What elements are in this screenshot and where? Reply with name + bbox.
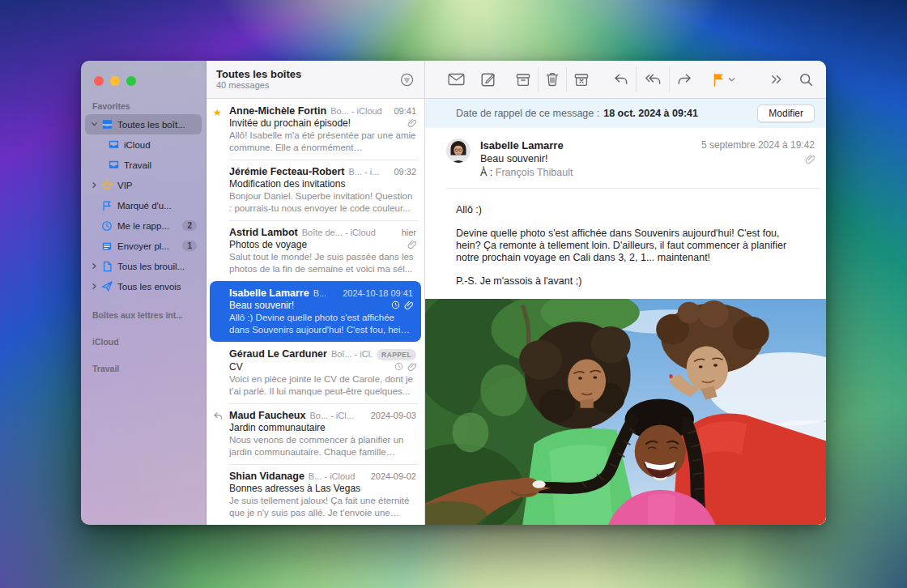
sidebar-section-icloud[interactable]: iCloud	[81, 337, 206, 350]
sidebar-item-label: Tous les brouil...	[117, 262, 197, 271]
account: Bo... - iCloud	[330, 106, 390, 116]
body-paragraph: P.-S. Je m'assois à l'avant ;)	[456, 275, 802, 288]
reply-all-icon	[644, 73, 662, 86]
preview: Allô :) Devine quelle photo s'est affich…	[229, 312, 413, 336]
sidebar-item-label: Marqué d'u...	[117, 201, 197, 211]
compose-button[interactable]	[473, 67, 504, 92]
main-area: Toutes les boîtes 40 messages	[207, 61, 826, 525]
reply-all-button[interactable]	[636, 67, 669, 92]
search-icon	[799, 73, 813, 87]
sidebar-section-smart-mailboxes[interactable]: Boîtes aux lettres int...	[81, 310, 206, 323]
message-row[interactable]: Astrid Lambot Boîte de... - iCloud hier …	[207, 220, 424, 281]
message-count: 40 messages	[216, 80, 399, 91]
subject: Modification des invitations	[229, 178, 416, 190]
chevron-right-icon[interactable]	[88, 262, 100, 270]
account: Bo... - iCl...	[309, 411, 366, 420]
account: B... - i...	[348, 167, 390, 177]
paperclip-icon	[407, 362, 416, 372]
minimize-button[interactable]	[110, 76, 120, 86]
sender: Shian Vidanage	[229, 471, 304, 482]
filter-icon	[399, 72, 415, 87]
date: 2024-10-18 09:41	[343, 288, 413, 298]
zoom-button[interactable]	[126, 76, 136, 86]
sidebar-item-send-later[interactable]: Envoyer pl... 1	[85, 236, 202, 256]
subject: Invitée du prochain épisode!	[229, 117, 407, 129]
sender: Maud Faucheux	[229, 410, 305, 421]
account: B...	[313, 288, 339, 298]
subject: Bonnes adresses à Las Vegas	[229, 483, 416, 494]
trash-button[interactable]	[538, 67, 566, 92]
message-row[interactable]: ★ Anne-Michèle Fortin Bo... - iCloud 09:…	[207, 99, 424, 160]
message-row[interactable]: Géraud Le Carduner Boî... - iCl... RAPPE…	[207, 342, 424, 403]
flag-menu-button[interactable]	[728, 67, 739, 92]
subject: Jardin communautaire	[229, 422, 416, 433]
paperclip-icon	[407, 118, 416, 128]
filter-button[interactable]	[399, 67, 415, 92]
paperclip-icon	[404, 300, 413, 310]
message-body: Allô :) Devine quelle photo s'est affich…	[425, 189, 826, 299]
archive-button[interactable]	[509, 67, 538, 92]
get-mail-button[interactable]	[440, 67, 473, 92]
sidebar-item-label: Toutes les boît...	[117, 120, 197, 130]
preview: Salut tout le monde! Je suis passée dans…	[229, 251, 416, 275]
message-row[interactable]: Maud Faucheux Bo... - iCl... 2024-09-03 …	[207, 403, 424, 464]
mail-window: Favorites Toutes les boît... iCloud Trav…	[81, 61, 826, 525]
sidebar-item-travail-inbox[interactable]: Travail	[85, 155, 202, 175]
junk-button[interactable]	[566, 67, 596, 92]
avatar	[446, 138, 471, 163]
message-date: 5 septembre 2024 à 19:42	[701, 138, 815, 151]
replied-arrow-icon	[213, 411, 224, 423]
reminder-date: 18 oct. 2024 à 09:41	[603, 108, 698, 119]
vip-star-icon	[100, 179, 114, 191]
to-label: À :	[480, 167, 492, 178]
window-controls	[94, 76, 136, 86]
more-chevrons-icon	[771, 75, 783, 84]
sender: Jérémie Fecteau-Robert	[229, 166, 344, 177]
message-row-selected[interactable]: Isabelle Lamarre B... 2024-10-18 09:41 B…	[210, 281, 421, 342]
date: hier	[402, 228, 416, 237]
reply-button[interactable]	[606, 67, 636, 92]
clock-icon	[100, 220, 114, 232]
chevron-right-icon[interactable]	[88, 283, 100, 290]
message-row[interactable]: Shian Vidanage B... - iCloud 2024-09-02 …	[207, 464, 424, 525]
preview: Je suis tellement jaloux! Ça fait une ét…	[229, 495, 416, 519]
forward-button[interactable]	[669, 67, 700, 92]
reminder-clock-icon	[391, 300, 400, 310]
preview: Bonjour Daniel. Superbe invitation! Ques…	[229, 190, 416, 215]
sidebar-item-icloud-inbox[interactable]: iCloud	[85, 134, 202, 155]
message-row[interactable]: Jérémie Fecteau-Robert B... - i... 09:32…	[207, 160, 424, 220]
get-mail-icon	[448, 73, 465, 86]
recipient[interactable]: François Thibault	[496, 167, 573, 178]
compose-icon	[481, 72, 496, 87]
rappel-badge: RAPPEL	[377, 349, 416, 360]
archive-icon	[516, 73, 530, 87]
sidebar-item-flagged[interactable]: Marqué d'u...	[85, 195, 202, 215]
desktop: { "colors": { "selection_blue": "#2068e6…	[0, 0, 907, 588]
preview: Allô! Isabelle m'a été présentée par une…	[229, 130, 416, 154]
trash-icon	[546, 72, 559, 87]
close-button[interactable]	[94, 76, 104, 86]
attachment-photo-three-friends[interactable]	[425, 299, 826, 525]
sidebar-section-travail[interactable]: Travail	[81, 364, 206, 377]
date: 2024-09-02	[371, 471, 416, 481]
inbox-icon	[106, 138, 121, 151]
send-later-icon	[100, 241, 114, 252]
flag-icon	[713, 73, 725, 87]
sidebar-item-remind-me[interactable]: Me le rapp... 2	[85, 215, 202, 236]
draft-icon	[100, 261, 114, 272]
sidebar-item-all-inboxes[interactable]: Toutes les boît...	[85, 114, 202, 134]
sidebar-item-vip[interactable]: VIP	[85, 175, 202, 195]
date: 2024-09-03	[371, 411, 416, 420]
sender: Anne-Michèle Fortin	[229, 105, 326, 117]
sidebar-item-all-sent[interactable]: Tous les envois	[85, 276, 202, 296]
modify-reminder-button[interactable]: Modifier	[757, 104, 815, 122]
flag-icon	[100, 200, 114, 211]
sender: Isabelle Lamarre	[229, 288, 309, 299]
toolbar: Toutes les boîtes 40 messages	[207, 61, 826, 99]
junk-icon	[574, 73, 589, 87]
chevron-right-icon[interactable]	[88, 181, 100, 189]
chevron-down-icon[interactable]	[88, 121, 100, 128]
search-button[interactable]	[791, 67, 815, 92]
sidebar-item-all-drafts[interactable]: Tous les brouil...	[85, 256, 202, 276]
more-toolbar-button[interactable]	[763, 67, 791, 92]
